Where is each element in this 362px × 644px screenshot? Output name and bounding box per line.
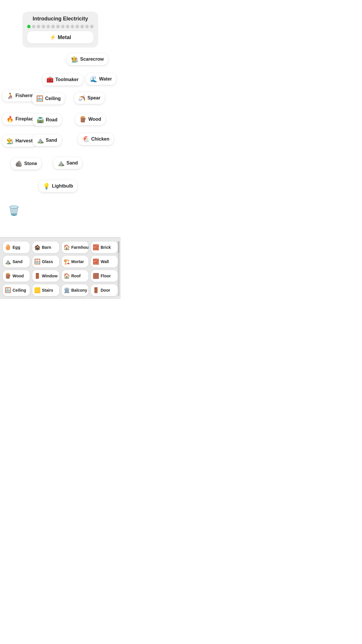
tray-item-balcony[interactable]: 🏛️Balcony (62, 284, 89, 296)
door-tray-label: Door (101, 288, 110, 293)
floating-item-spear[interactable]: 🪃Spear (74, 92, 104, 104)
farmhouse-tray-emoji: 🏠 (64, 244, 70, 251)
progress-dot-11 (80, 25, 84, 28)
tray-item-mortar[interactable]: 🏗️Mortar (62, 256, 89, 267)
scarecrow-label: Scarecrow (80, 57, 104, 62)
tray-item-wood[interactable]: 🪵Wood (3, 270, 30, 282)
fireplace-emoji: 🔥 (6, 116, 14, 123)
tray-item-floor[interactable]: 🟫Floor (91, 270, 118, 282)
floating-item-road[interactable]: 🛣️Road (33, 114, 61, 126)
toolmaker-emoji: 🧰 (46, 76, 54, 83)
canvas-area: 🗑️ 🧑‍🌾Scarecrow🧰Toolmaker🌊Water🧑‍🦽Fisher… (0, 48, 121, 237)
scrollbar-thumb[interactable] (118, 241, 120, 253)
wood-tray-emoji: 🪵 (5, 273, 11, 279)
mortar-tray-label: Mortar (71, 259, 84, 264)
wood-label: Wood (88, 117, 101, 122)
sand2-emoji: ⛰️ (57, 160, 65, 167)
progress-dot-1 (32, 25, 36, 28)
metal-label: Metal (58, 34, 71, 41)
sand-tray-label: Sand (13, 259, 22, 264)
metal-button[interactable]: ⚡ Metal (27, 31, 94, 43)
sand-tray-emoji: ⛰️ (5, 258, 11, 265)
progress-dot-10 (75, 25, 79, 28)
floating-item-stone[interactable]: 🪨Stone (11, 158, 41, 169)
glass-tray-label: Glass (42, 259, 53, 264)
barn-tray-emoji: 🏚️ (34, 244, 41, 251)
egg-tray-emoji: 🥚 (5, 244, 11, 251)
tray-item-ceiling[interactable]: 🪟Ceiling (3, 284, 30, 296)
water-emoji: 🌊 (90, 76, 97, 83)
tray-item-window[interactable]: 🚪Window (32, 270, 59, 282)
tray-item-farmhouse[interactable]: 🏠Farmhouse (62, 242, 89, 253)
stairs-tray-emoji: 🟨 (34, 287, 41, 293)
floating-item-harvest[interactable]: 👨‍🌾Harvest (2, 135, 37, 147)
trash-icon[interactable]: 🗑️ (8, 205, 20, 216)
harvest-label: Harvest (15, 138, 33, 144)
water-label: Water (99, 76, 112, 82)
floating-item-toolmaker[interactable]: 🧰Toolmaker (42, 74, 83, 85)
tray-item-wall[interactable]: 🧱Wall (91, 256, 118, 267)
progress-dot-9 (71, 25, 74, 28)
floating-item-ceiling[interactable]: 🪟Ceiling (32, 93, 65, 104)
brick-tray-emoji: 🧱 (93, 244, 99, 251)
stairs-tray-label: Stairs (42, 288, 53, 293)
lightbulb-emoji: 💡 (43, 183, 50, 190)
progress-dots (27, 25, 94, 28)
mortar-tray-emoji: 🏗️ (64, 258, 70, 265)
floating-item-scarecrow[interactable]: 🧑‍🌾Scarecrow (67, 53, 108, 65)
ceiling-emoji: 🪟 (36, 95, 43, 102)
wall-tray-label: Wall (101, 259, 109, 264)
tray-item-roof[interactable]: 🏠Roof (62, 270, 89, 282)
harvest-emoji: 👨‍🌾 (6, 137, 14, 144)
road-label: Road (46, 117, 57, 123)
egg-tray-label: Egg (13, 245, 20, 250)
progress-dot-6 (56, 25, 60, 28)
tray-item-barn[interactable]: 🏚️Barn (32, 242, 59, 253)
sand2-label: Sand (66, 160, 78, 166)
scarecrow-emoji: 🧑‍🌾 (71, 56, 78, 63)
fisherman-emoji: 🧑‍🦽 (6, 92, 14, 99)
stone-emoji: 🪨 (15, 160, 22, 167)
wood-emoji: 🪵 (79, 116, 87, 123)
barn-tray-label: Barn (42, 245, 51, 250)
ceiling-tray-emoji: 🪟 (5, 287, 11, 293)
sand1-emoji: ⛰️ (37, 137, 44, 144)
tray-item-glass[interactable]: 🪟Glass (32, 256, 59, 267)
wood-tray-label: Wood (13, 274, 24, 278)
floating-item-sand1[interactable]: ⛰️Sand (33, 134, 61, 146)
window-tray-emoji: 🚪 (34, 273, 41, 279)
floating-item-lightbulb[interactable]: 💡Lightbulb (39, 180, 77, 192)
floor-tray-emoji: 🟫 (93, 273, 99, 279)
stone-label: Stone (24, 161, 37, 166)
ceiling-tray-label: Ceiling (13, 288, 26, 293)
balcony-tray-label: Balcony (71, 288, 87, 293)
progress-dot-5 (51, 25, 55, 28)
wall-tray-emoji: 🧱 (93, 258, 99, 265)
scrollbar-track (118, 241, 120, 296)
balcony-tray-emoji: 🏛️ (64, 287, 70, 293)
tray-item-stairs[interactable]: 🟨Stairs (32, 284, 59, 296)
floating-item-wood[interactable]: 🪵Wood (75, 113, 105, 125)
metal-emoji: ⚡ (50, 34, 56, 41)
bottom-tray: 🥚Egg🏚️Barn🏠Farmhouse🧱Brick⛰️Sand🪟Glass🏗️… (0, 237, 121, 299)
ceiling-label: Ceiling (45, 96, 61, 101)
tray-item-sand[interactable]: ⛰️Sand (3, 256, 30, 267)
spear-emoji: 🪃 (78, 94, 86, 102)
bottom-tray-container: 🥚Egg🏚️Barn🏠Farmhouse🧱Brick⛰️Sand🪟Glass🏗️… (0, 237, 121, 299)
tray-item-egg[interactable]: 🥚Egg (3, 242, 30, 253)
lightbulb-label: Lightbulb (52, 183, 73, 189)
panel-title: Introducing Electricity (27, 16, 94, 22)
sand1-label: Sand (46, 138, 57, 143)
brick-tray-label: Brick (101, 245, 111, 250)
floating-item-sand2[interactable]: ⛰️Sand (53, 157, 82, 169)
floating-item-water[interactable]: 🌊Water (86, 73, 116, 85)
farmhouse-tray-label: Farmhouse (71, 245, 89, 250)
progress-dot-7 (61, 25, 65, 28)
tray-item-brick[interactable]: 🧱Brick (91, 242, 118, 253)
spear-label: Spear (87, 95, 100, 101)
road-emoji: 🛣️ (37, 116, 44, 123)
chicken-label: Chicken (91, 136, 109, 142)
floating-item-chicken[interactable]: 🐔Chicken (78, 133, 113, 145)
progress-dot-4 (47, 25, 50, 28)
tray-item-door[interactable]: 🚪Door (91, 284, 118, 296)
